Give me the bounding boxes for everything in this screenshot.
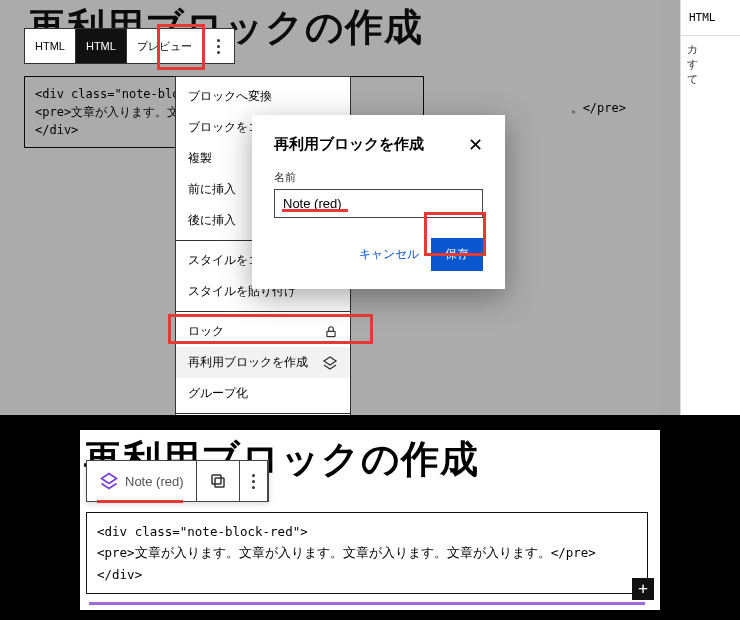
save-button[interactable]: 保存 bbox=[431, 238, 483, 271]
toolbar-more-button[interactable] bbox=[203, 29, 234, 63]
name-input[interactable] bbox=[274, 189, 483, 218]
sidebar-text: て bbox=[687, 72, 734, 87]
sidebar-tab-html[interactable]: HTML bbox=[683, 11, 722, 24]
highlight-underline bbox=[97, 500, 183, 503]
reusable-icon bbox=[99, 471, 119, 491]
copy-button[interactable] bbox=[197, 461, 240, 501]
reusable-block-name: Note (red) bbox=[125, 474, 184, 489]
code-line: </div> bbox=[97, 564, 637, 585]
menu-lock[interactable]: ロック bbox=[176, 316, 350, 347]
toolbar-html-active-button[interactable]: HTML bbox=[76, 29, 127, 63]
copy-icon bbox=[209, 472, 227, 490]
highlight-underline bbox=[282, 209, 348, 212]
menu-transform-block[interactable]: ブロックへ変換 bbox=[176, 81, 350, 112]
reusable-block-indicator[interactable]: Note (red) bbox=[87, 461, 197, 501]
plus-icon: + bbox=[638, 575, 648, 602]
svg-rect-0 bbox=[327, 331, 335, 336]
sidebar-panel: HTML カ す て bbox=[680, 0, 740, 415]
block-selection-marker bbox=[89, 602, 645, 605]
toolbar-more-button[interactable] bbox=[240, 461, 268, 501]
cancel-button[interactable]: キャンセル bbox=[355, 240, 423, 269]
toolbar-html-button[interactable]: HTML bbox=[25, 29, 76, 63]
add-block-button[interactable]: + bbox=[632, 578, 654, 600]
name-label: 名前 bbox=[274, 170, 483, 185]
svg-rect-1 bbox=[215, 478, 224, 487]
modal-title: 再利用ブロックを作成 bbox=[274, 135, 424, 154]
block-toolbar: HTML HTML プレビュー bbox=[24, 28, 235, 64]
toolbar-preview-button[interactable]: プレビュー bbox=[127, 29, 203, 63]
menu-create-reusable[interactable]: 再利用ブロックを作成 bbox=[176, 347, 350, 378]
code-line: <div class="note-block-red"> bbox=[97, 521, 637, 542]
menu-group[interactable]: グループ化 bbox=[176, 378, 350, 409]
sidebar-text: す bbox=[687, 57, 734, 72]
lock-icon bbox=[324, 325, 338, 339]
reusable-block-toolbar: Note (red) bbox=[86, 460, 269, 502]
more-icon bbox=[252, 474, 255, 489]
close-icon[interactable]: ✕ bbox=[468, 136, 483, 154]
reusable-icon bbox=[322, 355, 338, 371]
code-tail: 。</pre> bbox=[571, 100, 626, 117]
code-line: <pre>文章が入ります。文章が入ります。文章が入ります。文章が入ります。</p… bbox=[97, 542, 637, 563]
sidebar-text: カ bbox=[687, 42, 734, 57]
more-icon bbox=[217, 39, 220, 54]
html-code-block[interactable]: <div class="note-block-red"> <pre>文章が入りま… bbox=[86, 512, 648, 594]
svg-rect-2 bbox=[212, 475, 221, 484]
create-reusable-modal: 再利用ブロックを作成 ✕ 名前 キャンセル 保存 bbox=[252, 115, 505, 289]
